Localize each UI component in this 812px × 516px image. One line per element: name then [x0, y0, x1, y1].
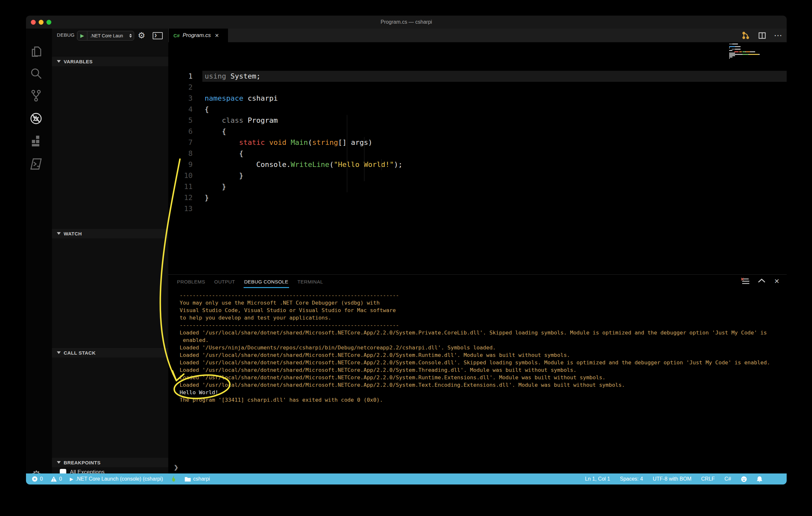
status-item-smiley[interactable] [741, 476, 747, 482]
console-line: Loaded '/usr/local/share/dotnet/shared/M… [180, 381, 783, 389]
activity-bar-search-icon[interactable] [29, 66, 43, 81]
activity-bar-explorer-icon[interactable] [29, 44, 43, 59]
activity-bar: ⚙ [26, 29, 52, 474]
title-bar[interactable]: Program.cs — csharpi [26, 16, 787, 29]
console-line: You may only use the Microsoft .NET Core… [180, 299, 783, 307]
code-line[interactable]: 9 Console.WriteLine("Hello World!"); [168, 159, 787, 170]
status-item-play[interactable]: ▶.NET Core Launch (console) (csharpi) [70, 476, 163, 482]
status-item-bell[interactable] [757, 476, 762, 482]
activity-bar-source-control-icon[interactable] [29, 88, 43, 102]
maximize-panel-icon[interactable] [758, 278, 765, 284]
line-number: 12 [168, 192, 193, 203]
editor-actions: ⋯ [741, 29, 783, 42]
status-label: CRLF [701, 476, 715, 482]
status-label: Spaces: 4 [620, 476, 643, 482]
line-number: 9 [168, 159, 193, 170]
status-bar: 00▶.NET Core Launch (console) (csharpi)c… [26, 474, 787, 485]
editor-tab-bar: C# Program.cs ✕ ⋯ [168, 29, 787, 42]
debug-view-title: DEBUG [57, 32, 75, 38]
console-line: ----------------------------------------… [180, 292, 783, 299]
launch-config-dropdown[interactable]: ▶ .NET Core Laun [77, 31, 134, 40]
launch-config-value[interactable]: .NET Core Laun [87, 33, 127, 38]
status-item[interactable]: C# [725, 476, 731, 482]
code-text: } [205, 170, 243, 181]
status-item-warning[interactable]: 0 [51, 476, 62, 482]
close-tab-icon[interactable]: ✕ [215, 32, 219, 39]
section-header-variables[interactable]: VARIABLES [52, 56, 168, 66]
line-number: 4 [168, 104, 193, 115]
activity-bar-debug-icon[interactable] [29, 111, 43, 126]
status-label: UTF-8 with BOM [653, 476, 692, 482]
status-item-error[interactable]: 0 [32, 476, 43, 482]
status-bar-right: Ln 1, Col 1Spaces: 4UTF-8 with BOMCRLFC# [585, 476, 787, 482]
vscode-window: Program.cs — csharpi ⚙ DEBUG ▶ .NET Core… [26, 16, 787, 485]
minimap[interactable] [729, 43, 765, 60]
configure-gear-icon[interactable]: ⚙ [138, 31, 145, 40]
section-header-call-stack[interactable]: CALL STACK [52, 347, 168, 358]
code-line[interactable]: 12} [168, 192, 787, 203]
debug-sidebar: DEBUG ▶ .NET Core Laun ⚙ ❯ VARIABLESWATC… [52, 29, 168, 474]
debug-console-output[interactable]: ----------------------------------------… [180, 292, 783, 460]
console-line: enabled. [180, 336, 783, 344]
screen: Program.cs — csharpi ⚙ DEBUG ▶ .NET Core… [0, 0, 812, 516]
console-line: Hello World! [180, 389, 783, 396]
console-line: Loaded '/usr/local/share/dotnet/shared/M… [180, 366, 783, 374]
error-icon [32, 476, 38, 482]
code-text: { [205, 126, 226, 137]
status-item[interactable]: Ln 1, Col 1 [585, 476, 610, 482]
code-line[interactable]: 6 { [168, 126, 787, 137]
activity-bar-extensions-icon[interactable] [29, 134, 43, 148]
status-item-flame[interactable] [171, 475, 177, 483]
line-number: 1 [168, 71, 193, 82]
line-number: 7 [168, 137, 193, 148]
indent-guide [347, 115, 347, 192]
code-line[interactable]: 1using System; [168, 71, 787, 82]
line-number: 6 [168, 126, 193, 137]
status-label: 0 [40, 476, 43, 482]
code-line[interactable]: 5 class Program [168, 115, 787, 126]
code-line[interactable]: 8 { [168, 148, 787, 159]
panel-tab-debug-console[interactable]: DEBUG CONSOLE [243, 276, 289, 288]
split-editor-icon[interactable] [757, 31, 766, 40]
csharp-file-icon: C# [173, 33, 180, 38]
debug-console-toggle-icon[interactable]: ❯ [153, 32, 163, 39]
code-text: static void Main(string[] args) [205, 137, 373, 148]
bell-icon [757, 476, 762, 482]
clear-console-icon[interactable] [741, 278, 749, 285]
status-label: C# [725, 476, 731, 482]
code-text: class Program [205, 115, 278, 126]
code-line[interactable]: 2 [168, 82, 787, 93]
section-header-watch[interactable]: WATCH [52, 228, 168, 238]
panel-tab-output[interactable]: OUTPUT [214, 276, 236, 288]
code-line[interactable]: 7 static void Main(string[] args) [168, 137, 787, 148]
code-editor[interactable]: 1using System;23namespace csharpi4{5 cla… [168, 42, 787, 274]
flame-icon [171, 475, 177, 483]
console-input-prompt[interactable]: ❯ [174, 464, 178, 471]
line-number: 13 [168, 203, 193, 214]
activity-bar-terminal-icon[interactable] [29, 157, 43, 171]
close-panel-icon[interactable]: ✕ [774, 277, 780, 285]
panel-tab-terminal[interactable]: TERMINAL [297, 276, 324, 288]
code-line[interactable]: 11 } [168, 181, 787, 192]
code-line[interactable]: 4{ [168, 104, 787, 115]
console-line: to help you develop and test your applic… [180, 314, 783, 322]
play-icon: ▶ [70, 476, 74, 482]
status-item-folder[interactable]: csharpi [184, 476, 210, 482]
code-line[interactable]: 10 } [168, 170, 787, 181]
console-line: The program '[33411] csharpi.dll' has ex… [180, 396, 783, 404]
start-debug-button[interactable]: ▶ [77, 31, 87, 40]
tab-program-cs[interactable]: C# Program.cs ✕ [169, 29, 228, 42]
open-changes-icon[interactable] [741, 31, 750, 40]
console-line: Loaded '/Users/ninja/Documents/repos/csh… [180, 344, 783, 352]
status-item[interactable]: CRLF [701, 476, 715, 482]
window-title: Program.cs — csharpi [26, 16, 787, 29]
more-actions-icon[interactable]: ⋯ [774, 31, 783, 40]
line-number: 8 [168, 148, 193, 159]
code-line[interactable]: 13 [168, 203, 787, 214]
status-item[interactable]: Spaces: 4 [620, 476, 643, 482]
status-item[interactable]: UTF-8 with BOM [653, 476, 692, 482]
panel-tab-problems[interactable]: PROBLEMS [176, 276, 206, 288]
dropdown-spinner-icon [127, 34, 134, 38]
code-line[interactable]: 3namespace csharpi [168, 93, 787, 104]
section-header-breakpoints[interactable]: BREAKPOINTS [52, 457, 168, 467]
